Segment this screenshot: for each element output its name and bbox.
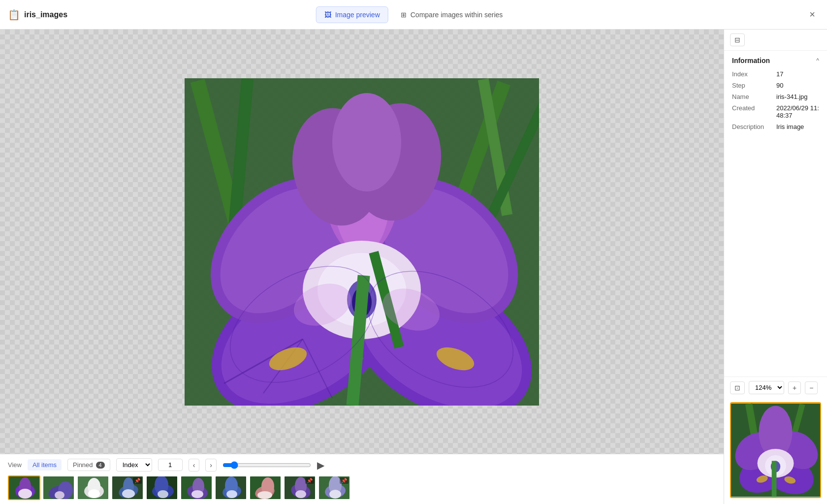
filmstrip-controls: View All items Pinned 4 Index Step Name …: [8, 458, 716, 472]
all-items-button[interactable]: All items: [28, 459, 62, 471]
svg-point-74: [295, 490, 306, 498]
pin-icon-9: 📌: [305, 477, 314, 484]
zoom-bar: ⊡ 124% 100% 75% 50% 200% + −: [724, 377, 827, 398]
image-preview-icon: 🖼: [324, 11, 331, 19]
description-value: Iris image: [776, 123, 804, 130]
tab-image-preview[interactable]: 🖼 Image preview: [316, 6, 388, 23]
iris-image-svg: [185, 78, 539, 406]
created-value: 2022/06/29 11:48:37: [776, 104, 819, 119]
filmstrip-bar: View All items Pinned 4 Index Step Name …: [0, 454, 724, 504]
index-select[interactable]: Index Step Name: [116, 458, 152, 472]
index-value: 17: [776, 70, 783, 78]
zoom-out-button[interactable]: −: [805, 381, 818, 394]
filmstrip-slider[interactable]: [223, 461, 311, 469]
svg-point-50: [88, 489, 100, 498]
svg-point-54: [122, 489, 135, 498]
thumbnail-1[interactable]: [8, 475, 40, 500]
info-title: Information: [732, 57, 770, 64]
panel-toolbar: ⊟: [724, 30, 827, 51]
panel-columns-button[interactable]: ⊟: [730, 33, 745, 46]
description-label: Description: [732, 123, 776, 130]
thumbnail-9[interactable]: 📌: [284, 475, 316, 500]
tab-preview-label: Image preview: [335, 11, 380, 19]
mini-preview: [730, 402, 821, 498]
svg-point-62: [191, 490, 203, 498]
info-section: Information ^ Index 17 Step 90 Name iris…: [724, 51, 827, 220]
canvas-area: View All items Pinned 4 Index Step Name …: [0, 30, 724, 504]
close-button[interactable]: ×: [805, 7, 819, 22]
thumbnail-2[interactable]: [42, 475, 75, 500]
thumbnail-5[interactable]: [146, 475, 178, 500]
nav-input[interactable]: [158, 459, 183, 471]
thumbnail-10[interactable]: 📌: [318, 475, 350, 500]
main-image-container: [185, 78, 539, 406]
thumbnail-3[interactable]: [77, 475, 109, 500]
zoom-select[interactable]: 124% 100% 75% 50% 200%: [749, 381, 784, 394]
svg-point-58: [158, 490, 168, 498]
pinned-count: 4: [96, 462, 105, 469]
info-row-index: Index 17: [732, 70, 819, 78]
thumbnails: 📌: [8, 475, 716, 500]
view-label: View: [8, 461, 22, 469]
header-tabs: 🖼 Image preview ⊞ Compare images within …: [316, 6, 511, 23]
pin-icon-10: 📌: [340, 477, 349, 484]
app-title: iris_images: [24, 10, 67, 19]
thumbnail-6[interactable]: [180, 475, 213, 500]
nav-next-button[interactable]: ›: [205, 459, 217, 472]
zoom-in-button[interactable]: +: [788, 381, 801, 394]
name-label: Name: [732, 93, 776, 100]
info-row-name: Name iris-341.jpg: [732, 93, 819, 100]
step-value: 90: [776, 82, 783, 89]
info-collapse-button[interactable]: ^: [816, 57, 819, 64]
svg-point-70: [257, 491, 272, 499]
index-label: Index: [732, 70, 776, 78]
tab-compare-series[interactable]: ⊞ Compare images within series: [392, 6, 511, 23]
info-row-created: Created 2022/06/29 11:48:37: [732, 104, 819, 119]
step-label: Step: [732, 82, 776, 89]
logo-icon: 📋: [8, 9, 20, 21]
fit-to-window-button[interactable]: ⊡: [730, 381, 745, 394]
tab-compare-label: Compare images within series: [411, 11, 503, 19]
thumbnail-8[interactable]: [249, 475, 282, 500]
nav-prev-button[interactable]: ‹: [189, 459, 200, 472]
svg-point-78: [329, 490, 341, 499]
main-area: View All items Pinned 4 Index Step Name …: [0, 30, 827, 504]
pinned-button[interactable]: Pinned 4: [67, 459, 110, 471]
thumbnail-7[interactable]: [215, 475, 247, 500]
pinned-label: Pinned: [73, 461, 93, 469]
compare-icon: ⊞: [401, 11, 407, 19]
thumbnail-4[interactable]: 📌: [111, 475, 144, 500]
app-logo: 📋 iris_images: [8, 9, 67, 21]
image-viewport[interactable]: [0, 30, 724, 454]
info-header: Information ^: [732, 57, 819, 64]
svg-point-66: [226, 490, 237, 498]
svg-point-32: [332, 93, 401, 191]
mini-preview-svg: [731, 403, 820, 497]
name-value: iris-341.jpg: [776, 93, 808, 100]
created-label: Created: [732, 104, 776, 119]
right-panel: ⊟ Information ^ Index 17 Step 90 Name ir…: [724, 30, 827, 504]
info-row-description: Description Iris image: [732, 123, 819, 130]
svg-rect-90: [772, 461, 777, 497]
svg-point-42: [18, 489, 32, 499]
play-button[interactable]: ▶: [317, 459, 324, 471]
info-row-step: Step 90: [732, 82, 819, 89]
svg-point-46: [55, 491, 64, 499]
pin-icon-4: 📌: [133, 477, 142, 484]
header: 📋 iris_images 🖼 Image preview ⊞ Compare …: [0, 0, 827, 30]
